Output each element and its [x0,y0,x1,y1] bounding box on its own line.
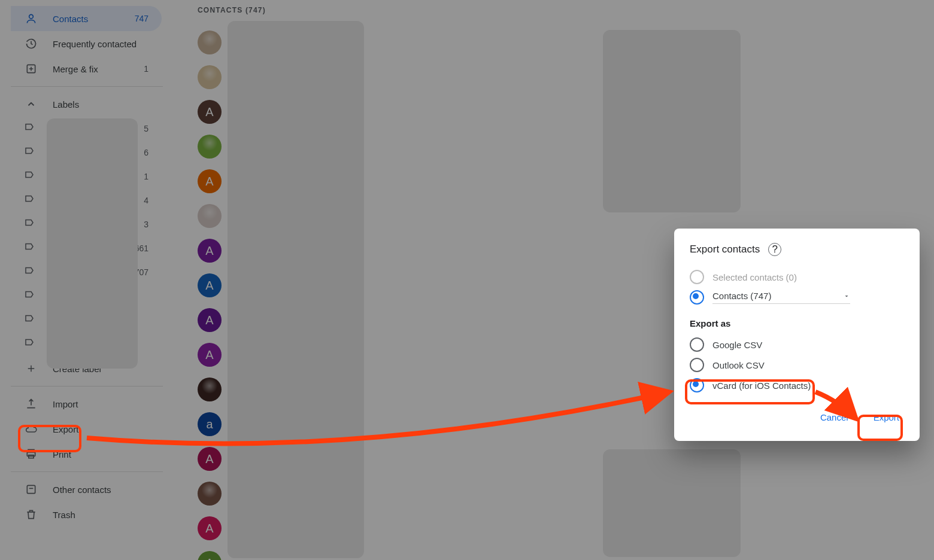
redaction-block [603,30,741,212]
nav-print-label: Print [53,449,148,459]
upload-icon [24,397,38,411]
nav-trash[interactable]: Trash [11,502,162,527]
label-icon [24,169,38,184]
nav-frequent-label: Frequently contacted [53,39,148,49]
label-icon [24,337,38,351]
nav-merge[interactable]: Merge & fix 1 [11,56,162,81]
avatar: A [198,308,222,332]
nav-print[interactable]: Print [11,442,162,467]
export-button[interactable]: Export [864,406,909,428]
avatar [198,31,222,54]
nav-contacts-count: 747 [135,14,148,23]
label-count: 3 [144,220,148,229]
label-icon [24,241,38,255]
radio-icon [690,378,704,392]
labels-heading-text: Labels [53,99,79,109]
format-google-label: Google CSV [712,340,762,350]
radio-icon [690,270,704,284]
label-icon [24,145,38,160]
nav-export-label: Export [53,424,148,434]
help-icon[interactable]: ? [768,243,781,256]
nav-merge-label: Merge & fix [53,64,144,74]
source-contacts-option[interactable]: Contacts (747) [674,287,920,308]
merge-icon [24,62,38,76]
format-vcard[interactable]: vCard (for iOS Contacts) [674,375,920,395]
avatar [198,65,222,89]
chevron-up-icon [24,97,38,111]
source-selected-option: Selected contacts (0) [674,267,920,287]
nav-export[interactable]: Export [11,416,162,442]
divider [11,386,163,386]
redaction-block [228,21,364,558]
history-icon [24,36,38,51]
label-icon [24,217,38,232]
dialog-title: Export contacts [690,244,760,255]
label-icon [24,121,38,136]
label-icon [24,193,38,208]
nav-import[interactable]: Import [11,391,162,416]
label-icon [24,313,38,327]
svg-rect-4 [29,455,34,458]
person-icon [24,11,38,26]
nav-import-label: Import [53,399,148,409]
avatar: A [198,169,222,193]
export-as-heading: Export as [674,308,920,334]
avatar [198,135,222,159]
nav-frequent[interactable]: Frequently contacted [11,31,162,56]
avatar [198,378,222,401]
format-outlook-csv[interactable]: Outlook CSV [674,355,920,375]
label-icon [24,265,38,279]
cancel-button[interactable]: Cancel [811,406,858,428]
source-selected-label: Selected contacts (0) [712,272,797,282]
redaction-block [47,118,138,369]
format-vcard-label: vCard (for iOS Contacts) [712,381,811,391]
avatar: A [198,239,222,263]
label-count: 6 [144,148,148,157]
labels-heading[interactable]: Labels [11,92,174,117]
format-google-csv[interactable]: Google CSV [674,334,920,355]
svg-point-0 [29,14,34,19]
avatar: A [198,447,222,471]
export-contacts-dialog: Export contacts ? Selected contacts (0) … [674,229,920,441]
chevron-down-icon [843,293,850,300]
divider [11,86,163,87]
nav-contacts[interactable]: Contacts 747 [11,6,162,31]
plus-icon [24,361,38,376]
avatar: A [198,100,222,124]
label-count: 5 [144,124,148,133]
nav-contacts-label: Contacts [53,14,135,24]
avatar [198,204,222,228]
avatar [198,482,222,506]
avatar: A [198,551,222,560]
redaction-block [603,449,741,557]
radio-icon [690,337,704,352]
source-dropdown-label: Contacts (747) [712,291,771,301]
divider [11,471,163,472]
label-count: 1 [144,172,148,181]
svg-rect-5 [27,485,35,493]
trash-icon [24,507,38,522]
avatar: A [198,516,222,540]
nav-merge-count: 1 [144,64,148,74]
format-outlook-label: Outlook CSV [712,360,765,370]
nav-other-label: Other contacts [53,485,148,495]
avatar: a [198,412,222,436]
label-icon [24,289,38,303]
avatar: A [198,343,222,367]
print-icon [24,447,38,461]
avatar: A [198,273,222,297]
cloud-export-icon [24,422,38,436]
radio-icon [690,358,704,372]
radio-icon [690,290,704,305]
label-count: 4 [144,196,148,205]
source-dropdown[interactable]: Contacts (747) [712,291,850,304]
nav-trash-label: Trash [53,510,148,520]
archive-icon [24,482,38,497]
nav-other[interactable]: Other contacts [11,477,162,502]
